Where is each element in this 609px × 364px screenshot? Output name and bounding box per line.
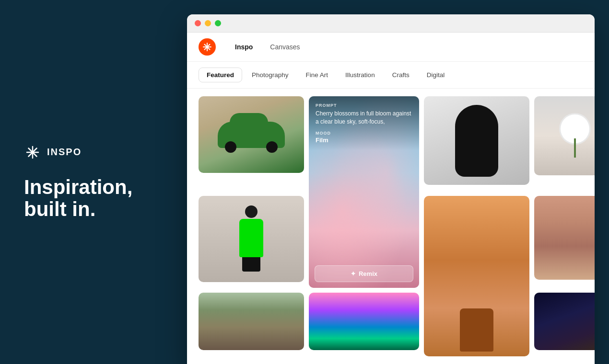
prompt-text: Cherry blossoms in full bloom against a … — [316, 110, 412, 126]
card-neon-jacket[interactable] — [199, 196, 304, 282]
app-logo — [199, 38, 216, 56]
traffic-light-green[interactable] — [215, 20, 221, 26]
car-shape — [218, 122, 285, 148]
image-grid: PROMPT Cherry blossoms in full bloom aga… — [199, 96, 583, 356]
person-head — [245, 205, 258, 218]
card-porsche[interactable] — [199, 96, 304, 173]
brand: INSPO — [24, 144, 163, 161]
cat-tab-featured[interactable]: Featured — [199, 68, 242, 82]
prompt-label: PROMPT — [316, 103, 412, 108]
card-landscape[interactable] — [199, 293, 304, 350]
svg-point-10 — [206, 46, 208, 48]
cat-tab-photography[interactable]: Photography — [244, 68, 296, 82]
cat-tab-digital[interactable]: Digital — [419, 68, 453, 82]
featured-info: PROMPT Cherry blossoms in full bloom aga… — [309, 96, 419, 150]
mood-value: Film — [316, 136, 412, 144]
person-body — [239, 219, 263, 257]
tagline: Inspiration, built in. — [24, 176, 163, 220]
gallery: PROMPT Cherry blossoms in full bloom aga… — [187, 89, 595, 364]
card-cherry-blossom[interactable]: PROMPT Cherry blossoms in full bloom aga… — [309, 96, 419, 288]
person-legs — [242, 257, 260, 272]
card-wave[interactable] — [309, 293, 419, 350]
nav-tabs: Inspo Canvases — [227, 40, 308, 54]
cat-tab-fine-art[interactable]: Fine Art — [298, 68, 336, 82]
browser-window: Inspo Canvases Featured Photography Fine… — [187, 14, 595, 364]
remix-label: Remix — [359, 270, 377, 277]
card-silhouette[interactable] — [424, 96, 529, 185]
traffic-light-yellow[interactable] — [205, 20, 211, 26]
mood-label: MOOD — [316, 131, 412, 136]
remix-icon: ✦ — [351, 270, 356, 277]
flower-stem — [574, 138, 576, 158]
silhouette — [455, 105, 498, 177]
svg-point-5 — [32, 151, 34, 153]
brand-icon — [24, 144, 41, 161]
brand-name-label: INSPO — [47, 147, 82, 158]
left-panel: INSPO Inspiration, built in. — [0, 0, 187, 364]
app-content: Inspo Canvases Featured Photography Fine… — [187, 33, 595, 364]
traffic-light-red[interactable] — [195, 20, 201, 26]
nav-tab-inspo[interactable]: Inspo — [227, 40, 260, 54]
card-desert-person[interactable] — [534, 196, 595, 280]
browser-chrome — [187, 14, 595, 33]
category-tabs: Featured Photography Fine Art Illustrati… — [187, 62, 595, 89]
card-flower[interactable] — [534, 96, 595, 175]
cat-tab-illustration[interactable]: Illustration — [338, 68, 383, 82]
person-figure — [237, 205, 266, 273]
remix-button[interactable]: ✦ Remix — [315, 265, 413, 282]
chair-shape — [460, 308, 493, 352]
card-space[interactable] — [534, 293, 595, 350]
nav-tab-canvases[interactable]: Canvases — [262, 40, 307, 54]
card-chair[interactable] — [424, 196, 529, 356]
cat-tab-crafts[interactable]: Crafts — [385, 68, 417, 82]
top-nav: Inspo Canvases — [187, 33, 595, 62]
flower — [558, 114, 592, 158]
